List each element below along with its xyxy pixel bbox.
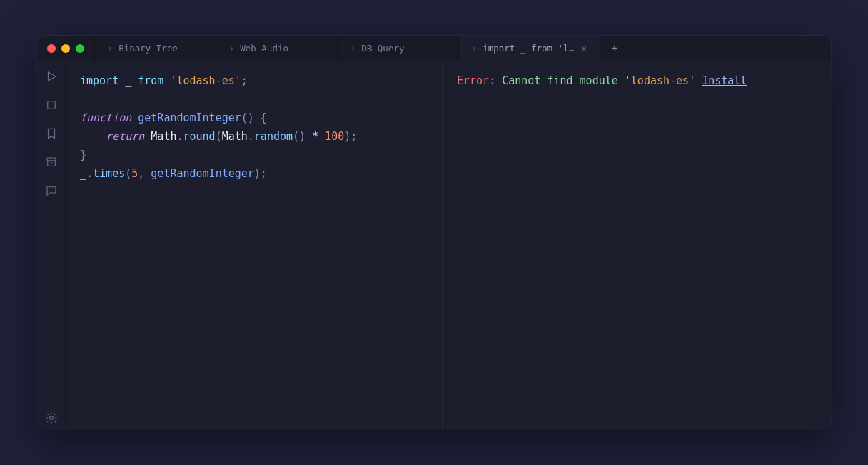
new-tab-button[interactable]: ＋ [600, 36, 629, 61]
settings-icon[interactable] [45, 416, 58, 429]
brace-close: } [80, 149, 86, 161]
parens: () [241, 111, 254, 124]
tab-label: Binary Tree [118, 43, 178, 54]
semi: ; [241, 74, 248, 87]
close: ); [344, 130, 357, 143]
run-icon[interactable] [45, 70, 58, 83]
underscore: _ [125, 74, 131, 87]
num-5: 5 [131, 167, 138, 180]
sidebar [37, 61, 66, 429]
comma: , [138, 167, 151, 180]
chevron-right-icon: › [350, 44, 355, 54]
indent [80, 130, 106, 143]
chevron-right-icon: › [108, 44, 113, 54]
minimize-window-button[interactable] [61, 44, 70, 53]
underscore: _ [80, 167, 86, 180]
close-window-button[interactable] [47, 44, 56, 53]
paren: ( [125, 167, 131, 180]
tab-binary-tree[interactable]: › Binary Tree [95, 36, 216, 61]
main-area: import _ from 'lodash-es'; function getR… [37, 61, 831, 429]
missing-module: lodash-es [631, 74, 689, 87]
quote: ' [625, 74, 631, 87]
ident-math: Math [151, 130, 176, 143]
quote: ' [235, 74, 241, 87]
svg-rect-2 [47, 158, 56, 161]
chevron-right-icon: › [229, 44, 234, 54]
method-round: round [183, 130, 216, 143]
code-editor[interactable]: import _ from 'lodash-es'; function getR… [66, 61, 443, 429]
error-label: Error [457, 74, 489, 87]
svg-rect-1 [47, 101, 55, 109]
kw-function: function [80, 111, 131, 124]
bookmark-icon[interactable] [45, 127, 58, 140]
kw-from: from [138, 74, 163, 87]
ident-math: Math [222, 130, 248, 143]
chevron-right-icon: › [472, 44, 477, 54]
tab-label: import _ from 'lodash-e… [483, 43, 575, 54]
titlebar: › Binary Tree › Web Audio › DB Query › i… [37, 36, 831, 61]
brace: { [254, 111, 267, 124]
fn-ref: getRandomInteger [151, 167, 254, 180]
method-random: random [254, 130, 293, 143]
error-message: Cannot find module [502, 74, 625, 87]
install-link[interactable]: Install [702, 74, 747, 87]
dot: . [176, 130, 183, 143]
dot: . [86, 167, 93, 180]
maximize-window-button[interactable] [76, 44, 84, 53]
package-name: lodash-es [176, 74, 234, 87]
kw-return: return [106, 130, 144, 143]
app-window: › Binary Tree › Web Audio › DB Query › i… [37, 36, 831, 429]
fn-name: getRandomInteger [138, 111, 241, 124]
op-mul: * [306, 130, 325, 143]
tab-web-audio[interactable]: › Web Audio [216, 36, 338, 61]
archive-icon[interactable] [45, 156, 58, 169]
close-tab-icon[interactable]: ✕ [581, 43, 587, 54]
editor-pane: import _ from 'lodash-es'; function getR… [66, 61, 831, 429]
tab-import-lodash[interactable]: › import _ from 'lodash-e… ✕ [459, 36, 600, 61]
window-controls [37, 36, 95, 61]
tab-label: Web Audio [240, 43, 288, 54]
chat-icon[interactable] [45, 184, 58, 197]
tab-label: DB Query [361, 43, 404, 54]
svg-marker-0 [48, 72, 56, 81]
quote: ' [689, 74, 695, 87]
tab-bar: › Binary Tree › Web Audio › DB Query › i… [95, 36, 831, 61]
kw-import: import [80, 74, 118, 87]
close: ); [254, 167, 267, 180]
output-panel: Error: Cannot find module 'lodash-es' In… [443, 61, 831, 429]
stop-icon[interactable] [45, 99, 58, 111]
colon: : [489, 74, 502, 87]
call: () [293, 130, 306, 143]
svg-point-4 [49, 416, 53, 420]
tab-db-query[interactable]: › DB Query [338, 36, 459, 61]
plus-icon: ＋ [609, 41, 620, 56]
method-times: times [93, 167, 125, 180]
paren: ( [216, 130, 222, 143]
num-100: 100 [325, 130, 344, 143]
dot: . [248, 130, 254, 143]
